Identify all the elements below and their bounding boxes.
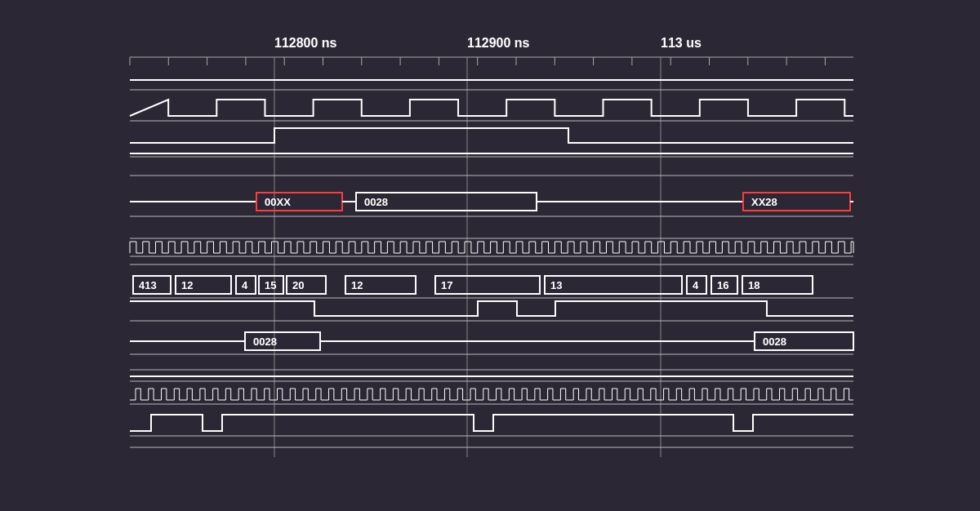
data-value-label: 4 xyxy=(242,279,248,291)
data-value-label: 12 xyxy=(181,279,193,291)
data-value-label: 13 xyxy=(550,279,562,291)
waveform-viewer: 112800 ns112900 ns113 us00XX0028XX284131… xyxy=(0,0,980,511)
bus-value-label: 0028 xyxy=(763,335,786,348)
time-label: 113 us xyxy=(661,36,702,50)
bus-value-label: 00XX xyxy=(265,196,291,208)
fast-clock-signal xyxy=(130,389,853,400)
bus-value-label: 0028 xyxy=(364,196,388,208)
data-value-label: 17 xyxy=(441,279,452,291)
time-label: 112800 ns xyxy=(274,36,337,50)
data-value-box xyxy=(545,276,682,294)
data-value-label: 20 xyxy=(292,279,304,291)
data-value-label: 12 xyxy=(351,279,363,291)
pulse-signal xyxy=(130,128,853,143)
data-value-label: 413 xyxy=(139,279,157,291)
fast-clock-signal xyxy=(130,242,853,253)
data-value-label: 16 xyxy=(717,279,728,291)
data-value-label: 18 xyxy=(748,279,760,291)
step-signal xyxy=(130,415,853,431)
bus-value-label: XX28 xyxy=(751,196,777,208)
time-label: 112900 ns xyxy=(467,36,530,50)
data-value-label: 4 xyxy=(693,279,699,291)
step-signal xyxy=(130,301,853,316)
data-value-label: 15 xyxy=(265,279,276,291)
clock-signal xyxy=(130,100,853,116)
bus-value-label: 0028 xyxy=(253,335,277,348)
